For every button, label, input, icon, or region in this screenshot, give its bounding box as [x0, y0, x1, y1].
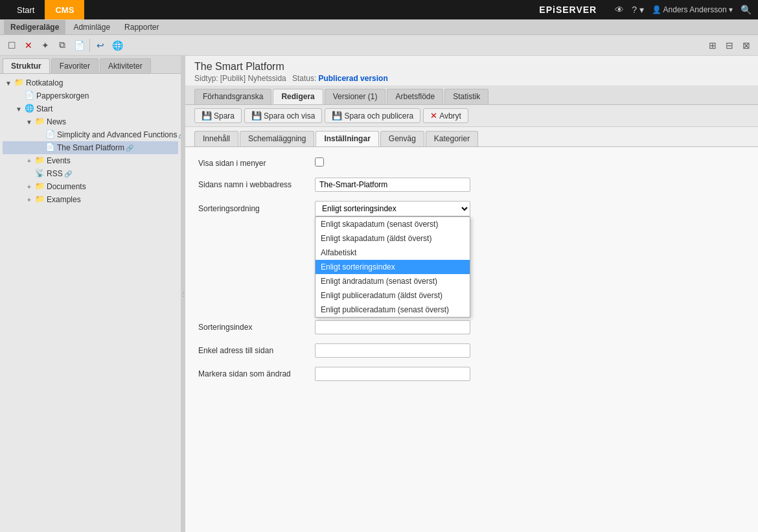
page-icon-simplicity: 📄 [45, 130, 56, 140]
input-url-name[interactable] [315, 178, 470, 192]
link-icon-thesmart: 🔗 [126, 145, 133, 152]
tree-container: ▼ 📁 Rotkatalog 📄 Papperskorgen ▼ 🌐 Start… [0, 74, 181, 532]
search-icon[interactable]: 🔍 [741, 5, 752, 15]
toggle-news[interactable]: ▼ [25, 117, 34, 126]
save-view-label: Spara och visa [264, 111, 315, 121]
tab-forhandsgranska[interactable]: Förhandsgranska [194, 89, 271, 104]
save-btn[interactable]: 💾 Spara [194, 108, 242, 123]
dropdown-item-7[interactable]: Enligt publiceradatum (senast överst) [316, 303, 470, 317]
link-icon-simplicity: 🔗 [178, 132, 181, 139]
save-label: Spara [214, 111, 235, 121]
eye-icon[interactable]: 👁 [615, 5, 624, 15]
top-bar-right: EPiSERVER 👁 ? ▾ 👤 Anders Andersson ▾ 🔍 [539, 5, 752, 15]
secondary-nav: Redigeraläge Adminläge Rapporter [0, 19, 758, 35]
delete-btn[interactable]: ✕ [21, 38, 36, 53]
tree-item-thesmart[interactable]: 📄 The Smart Platform 🔗 [3, 141, 178, 154]
input-sort-index[interactable] [315, 320, 470, 334]
tree-item-start[interactable]: ▼ 🌐 Start [3, 102, 178, 115]
separator [89, 39, 90, 52]
tree-item-news[interactable]: ▼ 📁 News [3, 115, 178, 128]
nav-adminlage[interactable]: Adminläge [67, 20, 117, 34]
subtab-genvag[interactable]: Genväg [380, 131, 424, 146]
link-icon-rss: 🔗 [64, 170, 72, 178]
right-panel: The Smart Platform Sidtyp: [Publik] Nyhe… [185, 56, 758, 532]
label-rotkatalog: Rotkatalog [26, 78, 63, 87]
input-simple-address[interactable] [315, 343, 470, 358]
sub-tabs: Innehåll Schemaläggning Inställningar Ge… [185, 127, 758, 147]
label-examples: Examples [47, 195, 81, 204]
page-header: The Smart Platform Sidtyp: [Publik] Nyhe… [185, 56, 758, 86]
copy-btn[interactable]: ⧉ [54, 38, 70, 53]
toggle-start[interactable]: ▼ [14, 104, 23, 113]
tab-statistik[interactable]: Statistik [444, 89, 488, 104]
tab-versioner[interactable]: Versioner (1) [325, 89, 386, 104]
label-events: Events [47, 156, 71, 165]
nav-redigeralage[interactable]: Redigeraläge [4, 20, 65, 34]
tree-item-papperskorgen[interactable]: 📄 Papperskorgen [3, 89, 178, 102]
tree-item-rss[interactable]: 📡 RSS 🔗 [3, 167, 178, 180]
save-view-btn[interactable]: 💾 Spara och visa [244, 108, 322, 123]
move-btn[interactable]: ✦ [38, 38, 53, 53]
subtab-innehall[interactable]: Innehåll [194, 131, 238, 146]
toggle-simplicity [35, 130, 44, 139]
dropdown-item-1[interactable]: Enligt skapadatum (senast överst) [316, 217, 470, 231]
cancel-btn[interactable]: ✕ Avbryt [423, 108, 468, 123]
folder-icon: 📁 [14, 78, 25, 88]
cms-nav[interactable]: CMS [45, 0, 84, 19]
new-page-btn[interactable]: ☐ [4, 38, 19, 53]
publish-btn[interactable]: 🌐 [109, 38, 125, 53]
toggle-rotkatalog[interactable]: ▼ [4, 78, 13, 87]
tab-struktur[interactable]: Struktur [3, 58, 50, 73]
checkbox-visa-i-menyer[interactable] [315, 157, 324, 167]
panel-tabs: Struktur Favoriter Aktiviteter [0, 56, 181, 74]
tree-item-documents[interactable]: + 📁 Documents [3, 180, 178, 193]
control-sort-index [315, 320, 745, 334]
tree-item-simplicity[interactable]: 📄 Simplicity and Advanced Functions 🔗 [3, 128, 178, 141]
sidtype-label: Sidtyp: [194, 74, 218, 83]
help-icon[interactable]: ? ▾ [632, 5, 644, 15]
tree-item-examples[interactable]: + 📁 Examples [3, 193, 178, 206]
subtab-schemaläggning[interactable]: Schemaläggning [240, 131, 314, 146]
nav-rapporter[interactable]: Rapporter [118, 20, 165, 34]
top-bar: Start CMS EPiSERVER 👁 ? ▾ 👤 Anders Ander… [0, 0, 758, 19]
tab-aktiviteter[interactable]: Aktiviteter [100, 58, 151, 73]
tab-favoriter[interactable]: Favoriter [51, 58, 98, 73]
toggle-documents[interactable]: + [25, 182, 34, 191]
paste-btn[interactable]: 📄 [71, 38, 87, 53]
dropdown-item-2[interactable]: Enligt skapadatum (äldst överst) [316, 231, 470, 246]
form-row-sort-index: Sorteringsindex [198, 320, 745, 334]
user-menu[interactable]: 👤 Anders Andersson ▾ [652, 5, 733, 14]
label-thesmart: The Smart Platform [57, 143, 124, 152]
save-publish-btn[interactable]: 💾 Spara och publicera [325, 108, 420, 123]
layout2-btn[interactable]: ⊟ [722, 38, 737, 53]
subtab-kategorier[interactable]: Kategorier [426, 131, 478, 146]
undo-btn[interactable]: ↩ [93, 38, 108, 53]
label-mark-changed: Markera sidan som ändrad [198, 369, 315, 378]
select-sort-order[interactable]: Enligt sorteringsindex [315, 201, 470, 216]
layout1-btn[interactable]: ⊞ [705, 38, 720, 53]
start-nav[interactable]: Start [6, 0, 45, 19]
folder-icon-documents: 📁 [35, 181, 45, 192]
episerver-logo: EPiSERVER [539, 5, 597, 15]
page-icon-thesmart: 📄 [45, 143, 56, 153]
dropdown-item-5[interactable]: Enligt ändradatum (senast överst) [316, 274, 470, 288]
save-icon: 💾 [201, 111, 212, 121]
tree-item-events[interactable]: + 📁 Events [3, 154, 178, 167]
tree-item-rotkatalog[interactable]: ▼ 📁 Rotkatalog [3, 76, 178, 89]
globe-icon-start: 🌐 [25, 104, 35, 114]
dropdown-item-3[interactable]: Alfabetiskt [316, 246, 470, 260]
toggle-examples[interactable]: + [25, 195, 34, 204]
toggle-events[interactable]: + [25, 156, 34, 165]
dropdown-item-4[interactable]: Enligt sorteringsindex [316, 260, 470, 274]
tab-redigera[interactable]: Redigera [273, 89, 323, 104]
control-mark-changed [315, 367, 745, 381]
main-layout: Struktur Favoriter Aktiviteter ▼ 📁 Rotka… [0, 56, 758, 532]
status-value: Publicerad version [318, 74, 387, 83]
input-mark-changed[interactable] [315, 367, 470, 381]
dropdown-item-6[interactable]: Enligt publiceradatum (äldst överst) [316, 288, 470, 303]
toggle-thesmart [35, 143, 44, 152]
tab-arbetsflode[interactable]: Arbetsflöde [387, 89, 443, 104]
layout3-btn[interactable]: ⊠ [739, 38, 754, 53]
subtab-installningar[interactable]: Inställningar [316, 131, 378, 146]
form-row-simple-address: Enkel adress till sidan [198, 343, 745, 358]
